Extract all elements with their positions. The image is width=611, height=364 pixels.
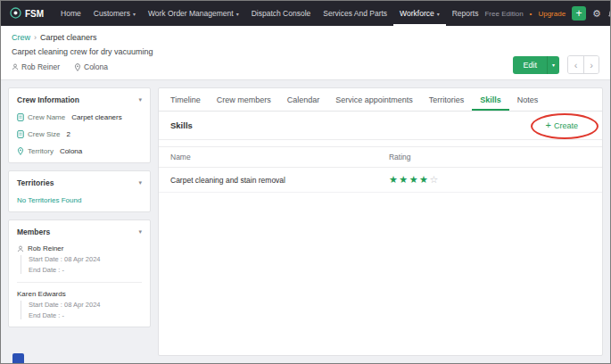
pin-icon xyxy=(74,63,81,71)
nav-item-work-order-management[interactable]: Work Order Management▾ xyxy=(142,1,245,26)
section-title: Skills xyxy=(170,120,193,130)
plus-icon: + xyxy=(546,121,551,129)
app-window: FSM Home Customers▾ Work Order Managemen… xyxy=(0,0,611,364)
star-filled-icon: ★ xyxy=(399,174,409,185)
territories-header[interactable]: Territories ▾ xyxy=(17,178,142,187)
chevron-down-icon: ▾ xyxy=(138,228,142,236)
member-tag: Rob Reiner xyxy=(12,62,60,71)
upgrade-dot: • xyxy=(530,10,533,18)
tab-service-appointments[interactable]: Service appointments xyxy=(327,88,421,111)
document-icon xyxy=(17,130,24,138)
edit-button[interactable]: Edit xyxy=(513,56,547,74)
star-empty-icon: ☆ xyxy=(429,174,439,185)
column-header-rating: Rating xyxy=(389,153,411,161)
chat-widget[interactable] xyxy=(12,353,24,363)
main-panel: Timeline Crew members Calendar Service a… xyxy=(158,87,603,356)
breadcrumb-separator-icon: › xyxy=(34,33,37,42)
nav-item-services-and-parts[interactable]: Services And Parts xyxy=(317,1,393,26)
member-name[interactable]: Rob Reiner xyxy=(17,244,142,252)
crew-information-header[interactable]: Crew Information ▾ xyxy=(17,95,142,104)
previous-record-button[interactable]: ‹ xyxy=(568,56,583,73)
upgrade-link[interactable]: Upgrade xyxy=(538,10,566,18)
skill-name-cell: Carpet cleaning and stain removal xyxy=(170,176,389,185)
pin-icon xyxy=(17,147,24,155)
chevron-down-icon: ▾ xyxy=(552,62,555,68)
breadcrumb: Crew › Carpet cleaners xyxy=(12,33,599,42)
content-area: Crew Information ▾ Crew Name Carpet clea… xyxy=(1,80,610,363)
skills-section-header: Skills + Create xyxy=(159,112,602,140)
record-tags: Rob Reiner Colona xyxy=(12,62,599,71)
skills-table: Name Rating Carpet cleaning and stain re… xyxy=(159,146,602,193)
next-record-button[interactable]: › xyxy=(583,56,599,73)
tab-crew-members[interactable]: Crew members xyxy=(209,88,279,111)
edition-label: Free Edition xyxy=(484,10,523,18)
create-skill-button[interactable]: + Create xyxy=(546,121,578,130)
crew-description: Carpet cleaning crew for dry vacuuming xyxy=(12,47,599,56)
chevron-down-icon: ▾ xyxy=(138,179,142,186)
column-header-name: Name xyxy=(170,153,389,161)
fsm-logo-icon xyxy=(10,7,21,21)
tab-skills[interactable]: Skills xyxy=(472,88,509,111)
territories-empty-state: No Territories Found xyxy=(17,196,142,204)
tab-timeline[interactable]: Timeline xyxy=(162,88,209,111)
panel-members: Members ▾ Rob Reiner Start Date : 08 Apr… xyxy=(8,219,151,327)
edit-split-button: Edit ▾ xyxy=(513,56,559,74)
field-crew-size: Crew Size 2 xyxy=(17,130,142,138)
breadcrumb-link-crew[interactable]: Crew xyxy=(12,33,30,42)
notifications-bell-icon[interactable] xyxy=(607,9,611,19)
star-filled-icon: ★ xyxy=(419,174,429,185)
territory-tag: Colona xyxy=(74,62,108,71)
nav-item-dispatch-console[interactable]: Dispatch Console xyxy=(245,1,318,26)
member-end-date: End Date : - xyxy=(29,311,142,319)
table-header: Name Rating xyxy=(159,146,602,168)
member-end-date: End Date : - xyxy=(29,266,142,274)
nav-item-customers[interactable]: Customers▾ xyxy=(87,1,142,26)
chevron-down-icon: ▾ xyxy=(133,11,136,17)
record-header: Crew › Carpet cleaners Carpet cleaning c… xyxy=(1,26,610,80)
panel-territories: Territories ▾ No Territories Found xyxy=(8,170,151,212)
quick-add-button[interactable]: + xyxy=(572,6,586,21)
person-icon xyxy=(12,63,19,70)
edit-dropdown-button[interactable]: ▾ xyxy=(547,56,559,74)
tab-bar: Timeline Crew members Calendar Service a… xyxy=(159,88,602,112)
brand-name: FSM xyxy=(25,9,44,19)
header-actions: Edit ▾ ‹ › xyxy=(513,55,599,74)
member-start-date: Start Date : 08 Apr 2024 xyxy=(29,255,142,263)
field-crew-name: Crew Name Carpet cleaners xyxy=(17,113,142,121)
top-navbar: FSM Home Customers▾ Work Order Managemen… xyxy=(1,1,610,26)
primary-nav: Home Customers▾ Work Order Management▾ D… xyxy=(54,1,484,26)
member-start-date: Start Date : 08 Apr 2024 xyxy=(29,301,142,309)
settings-icon[interactable]: ⚙ xyxy=(592,8,601,20)
tab-calendar[interactable]: Calendar xyxy=(279,88,328,111)
breadcrumb-current: Carpet cleaners xyxy=(40,33,97,42)
member-dates: Start Date : 08 Apr 2024 End Date : - xyxy=(21,301,142,319)
create-wrap: + Create xyxy=(546,121,578,130)
nav-item-reports[interactable]: Reports xyxy=(446,1,485,26)
star-filled-icon: ★ xyxy=(409,174,419,185)
panel-crew-information: Crew Information ▾ Crew Name Carpet clea… xyxy=(8,87,151,163)
member-dates: Start Date : 08 Apr 2024 End Date : - xyxy=(21,255,142,274)
member-item[interactable]: Karen Edwards Start Date : 08 Apr 2024 E… xyxy=(17,282,142,319)
document-icon xyxy=(17,113,24,121)
rating-stars: ★★★★☆ xyxy=(389,174,440,186)
chevron-down-icon: ▾ xyxy=(138,96,142,103)
chevron-down-icon: ▾ xyxy=(437,11,440,17)
member-name[interactable]: Karen Edwards xyxy=(17,290,142,298)
sidebar: Crew Information ▾ Crew Name Carpet clea… xyxy=(8,87,151,356)
members-header[interactable]: Members ▾ xyxy=(17,228,142,236)
brand-logo[interactable]: FSM xyxy=(10,7,44,21)
nav-item-workforce[interactable]: Workforce▾ xyxy=(393,1,446,26)
person-icon xyxy=(17,245,24,252)
star-filled-icon: ★ xyxy=(389,174,399,185)
nav-item-home[interactable]: Home xyxy=(54,1,87,26)
chevron-down-icon: ▾ xyxy=(236,11,239,17)
member-item[interactable]: Rob Reiner Start Date : 08 Apr 2024 End … xyxy=(17,244,142,274)
field-territory: Territory Colona xyxy=(17,147,142,155)
tab-notes[interactable]: Notes xyxy=(509,88,547,111)
tab-territories[interactable]: Territories xyxy=(421,88,473,111)
record-pager: ‹ › xyxy=(567,55,599,74)
nav-right-controls: Free Edition • Upgrade + ⚙ xyxy=(484,6,611,21)
table-row[interactable]: Carpet cleaning and stain removal ★★★★☆ xyxy=(159,168,602,193)
